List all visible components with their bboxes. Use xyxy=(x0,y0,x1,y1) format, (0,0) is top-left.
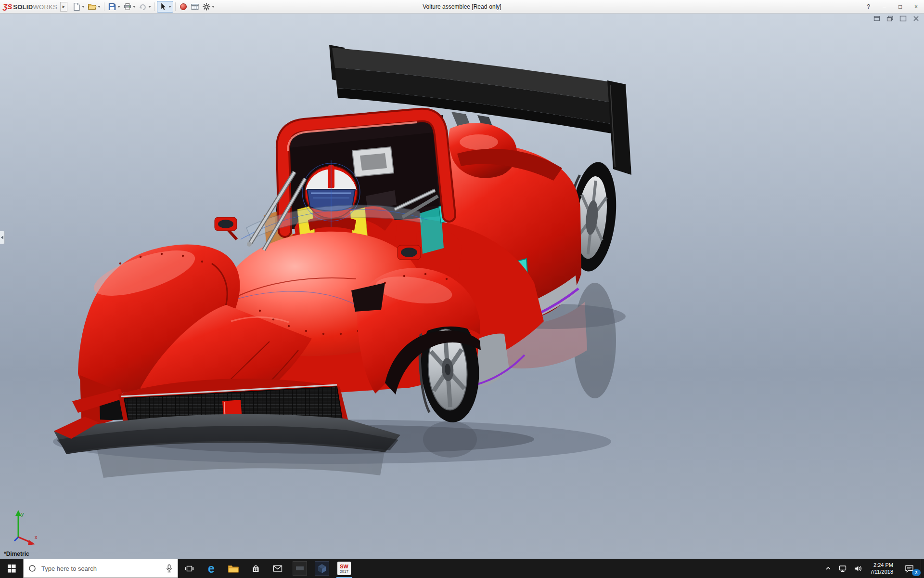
cube-app-icon xyxy=(315,561,329,576)
hoop-camera-box[interactable] xyxy=(352,147,394,177)
open-button[interactable] xyxy=(86,1,102,12)
speaker-icon xyxy=(854,565,862,573)
edge-icon: e xyxy=(208,563,215,575)
toolbar-separator xyxy=(104,2,104,11)
show-desktop-button[interactable] xyxy=(921,559,924,578)
orientation-triad: x y xyxy=(14,510,38,545)
3ds-logo-mark: ƷS xyxy=(3,2,12,11)
edge-app-button[interactable]: e xyxy=(200,559,222,578)
task-view-icon xyxy=(185,565,194,573)
table-grid-icon xyxy=(191,2,199,11)
store-app-button[interactable] xyxy=(244,559,267,578)
windows-logo-icon xyxy=(8,565,16,573)
select-cursor-icon xyxy=(159,2,167,11)
options-button[interactable] xyxy=(201,1,216,12)
taskbar-search[interactable] xyxy=(23,559,178,578)
graphics-area[interactable]: x y *Dimetric xyxy=(0,13,924,559)
monitor-app-icon xyxy=(293,561,307,576)
save-button[interactable] xyxy=(106,1,122,12)
minimize-button[interactable]: – xyxy=(876,0,892,13)
new-document-button[interactable] xyxy=(71,1,86,12)
doc-restore-icon[interactable] xyxy=(886,15,894,22)
start-button[interactable] xyxy=(0,559,23,578)
system-tray: 2:24 PM 7/11/2018 3 xyxy=(821,559,924,578)
tray-expand-button[interactable] xyxy=(821,559,835,578)
panel-collapse-arrow[interactable] xyxy=(0,231,5,244)
network-tray-button[interactable] xyxy=(835,559,850,578)
new-document-icon xyxy=(72,2,81,11)
print-icon xyxy=(123,2,132,11)
solidworks-window: ƷS SOLID WORKS ▶ xyxy=(0,0,924,578)
print-button[interactable] xyxy=(122,1,137,12)
triad-x-label: x xyxy=(35,534,38,540)
doc-maximize-icon[interactable] xyxy=(899,15,907,22)
titlebar: ƷS SOLID WORKS ▶ xyxy=(0,0,924,13)
solidworks-app-icon: SW 2017 xyxy=(337,562,351,575)
chevron-up-icon xyxy=(825,565,832,572)
close-button[interactable]: × xyxy=(908,0,924,13)
taskbar-clock[interactable]: 2:24 PM 7/11/2018 xyxy=(866,559,898,578)
clock-date: 7/11/2018 xyxy=(870,568,893,575)
mail-app-button[interactable] xyxy=(267,559,289,578)
search-input[interactable] xyxy=(40,565,161,573)
triad-y-label: y xyxy=(21,511,24,517)
taskbar: e xyxy=(0,559,924,578)
maximize-button[interactable]: □ xyxy=(892,0,908,13)
toolbar-separator xyxy=(175,2,176,11)
right-mirror[interactable] xyxy=(398,245,421,260)
solidworks-logo: ƷS SOLID WORKS xyxy=(3,2,57,11)
store-icon xyxy=(251,564,260,573)
mail-icon xyxy=(273,565,282,572)
help-button[interactable]: ? xyxy=(860,0,876,13)
task-view-button[interactable] xyxy=(178,559,200,578)
undo-button[interactable] xyxy=(137,1,153,12)
notification-badge: 3 xyxy=(912,569,921,576)
menu-flyout-arrow[interactable]: ▶ xyxy=(60,2,67,12)
gear-icon xyxy=(202,2,211,11)
file-explorer-button[interactable] xyxy=(222,559,244,578)
clock-time: 2:24 PM xyxy=(873,562,893,568)
network-icon xyxy=(838,565,847,573)
car-model[interactable] xyxy=(54,45,631,454)
brand-works: WORKS xyxy=(33,3,57,11)
document-window-controls xyxy=(873,15,920,22)
brand-solid: SOLID xyxy=(13,3,33,11)
select-tool-button[interactable] xyxy=(157,1,173,13)
action-center-button[interactable]: 3 xyxy=(898,559,921,578)
screenshot-app-button[interactable] xyxy=(289,559,311,578)
left-mirror[interactable] xyxy=(215,217,237,239)
appearance-button[interactable] xyxy=(178,1,189,12)
volume-tray-button[interactable] xyxy=(850,559,866,578)
toolbar-separator xyxy=(154,2,155,11)
solidworks-app-button[interactable]: SW 2017 xyxy=(333,559,355,578)
cortana-icon xyxy=(28,565,36,572)
doc-minimize-icon[interactable] xyxy=(873,15,881,22)
save-icon xyxy=(108,2,116,11)
3d-scene[interactable]: x y xyxy=(0,13,924,559)
microphone-icon[interactable] xyxy=(166,564,173,573)
view-orientation-label: *Dimetric xyxy=(4,551,29,557)
file-explorer-icon xyxy=(228,564,239,573)
undo-icon xyxy=(139,2,147,11)
table-button[interactable] xyxy=(189,1,201,12)
open-folder-icon xyxy=(88,2,97,11)
cad-viewer-app-button[interactable] xyxy=(311,559,333,578)
doc-close-icon[interactable] xyxy=(912,15,920,22)
appearance-ball-icon xyxy=(179,2,188,11)
